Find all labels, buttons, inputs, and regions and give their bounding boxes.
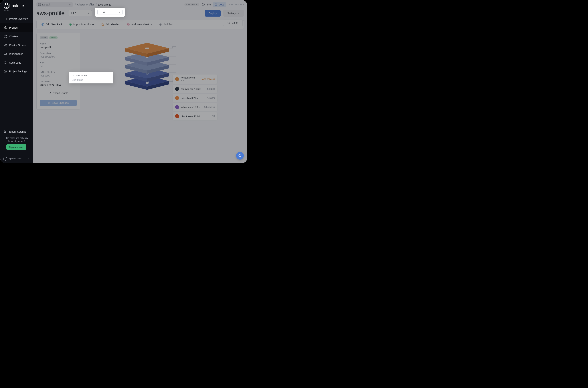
compass-icon[interactable] (207, 3, 211, 6)
sidebar-item-profiles[interactable]: Profiles (0, 23, 33, 32)
chevron-down-icon (150, 23, 153, 25)
save-label: Save Changes (52, 101, 69, 104)
page-title: aws-profile (36, 10, 65, 17)
layer-name: ubuntu-aws 22.04 (181, 115, 210, 118)
layer-tag: Network (207, 97, 215, 99)
grid-icon (4, 35, 7, 38)
name-value: aws-profile (40, 46, 77, 49)
chevron-down-icon (87, 12, 90, 14)
sidebar-item-cluster-groups[interactable]: Cluster Groups (0, 41, 33, 49)
sidebar-item-project-settings[interactable]: Project Settings (0, 67, 33, 76)
help-fab[interactable] (236, 152, 244, 160)
version-select[interactable]: 1.1.0 (68, 10, 92, 16)
sidebar-label: Profiles (9, 26, 18, 29)
svg-point-24 (128, 24, 129, 25)
action-label: Add Manifest (106, 23, 120, 26)
upgrade-button[interactable]: Upgrade now (6, 144, 26, 150)
docs-button[interactable]: Docs (213, 2, 226, 7)
chevron-left-icon[interactable] (27, 157, 30, 160)
helm-icon (127, 23, 130, 26)
chevron-down-icon (69, 3, 71, 6)
badge-proj: PROJ (49, 36, 58, 39)
spectro-icon (3, 156, 8, 161)
editor-button[interactable]: Editor (223, 19, 243, 26)
footer-brand-text: spectro cloud (9, 157, 22, 160)
export-button[interactable]: Export Profile (40, 90, 77, 96)
chevron-down-icon (238, 12, 240, 14)
svg-point-20 (207, 3, 211, 6)
main: Default / Cluster Profiles / aws-profile… (33, 0, 248, 163)
svg-point-14 (5, 132, 5, 133)
layer-card[interactable]: kubernetes 1.29.xKubernetes (173, 103, 217, 111)
logo-icon (3, 2, 10, 9)
chat-icon[interactable] (201, 3, 205, 6)
download-icon (69, 23, 72, 26)
brand-name: palette (12, 3, 24, 8)
layer-card[interactable]: csi-aws-ebs 1.26.xStorage (173, 85, 217, 93)
svg-marker-15 (4, 157, 7, 161)
stack-area: hellouniverse 1.2.0App servicescsi-aws-e… (85, 33, 244, 160)
upgrade-copy: Start small and only pay (2, 137, 30, 140)
layer-tag: OS (212, 115, 215, 118)
svg-point-44 (239, 154, 241, 157)
scope-selector[interactable]: Default (36, 2, 73, 7)
chart-icon (4, 17, 7, 21)
settings-button[interactable]: Settings (223, 10, 244, 17)
file-export-icon (48, 92, 51, 95)
sidebar-item-audit[interactable]: Audit Logs (0, 58, 33, 67)
file-icon (101, 23, 104, 26)
svg-point-3 (6, 35, 7, 36)
inuse-label: In Use Clusters (72, 74, 110, 77)
topbar: Default / Cluster Profiles / aws-profile… (33, 0, 248, 8)
sidebar-label: Workspaces (9, 52, 23, 55)
desc-value: Not Specified (40, 55, 77, 58)
breadcrumb-current: aws-profile (98, 3, 112, 6)
save-button[interactable]: Save Changes (40, 100, 77, 106)
svg-point-11 (5, 71, 6, 72)
deploy-button[interactable]: Deploy (205, 10, 221, 17)
layer-card[interactable]: hellouniverse 1.2.0App services (173, 74, 217, 84)
add-helm-button[interactable]: Add Helm chart (124, 22, 156, 27)
export-label: Export Profile (53, 92, 68, 95)
svg-point-12 (4, 131, 5, 131)
name-label: Name (40, 43, 77, 45)
app-frame: palette 4.4.19 Project Overview Profiles… (0, 0, 248, 163)
upgrade-block: Start small and only pay for what you us… (2, 136, 30, 152)
breadcrumb: / Cluster Profiles / aws-profile (75, 3, 111, 6)
app-switcher[interactable] (229, 4, 244, 5)
layer-card[interactable]: ubuntu-aws 22.04OS (173, 112, 217, 120)
sidebar-item-overview[interactable]: Project Overview (0, 15, 33, 23)
version-select-highlight[interactable]: 1.1.0 (97, 10, 122, 15)
settings-label: Settings (227, 12, 236, 15)
gear-icon (4, 70, 7, 73)
content: FULL PROJ Name aws-profile Description N… (33, 33, 248, 163)
action-label: Add Helm chart (131, 23, 149, 26)
layer-card[interactable]: cni-calico 3.27.xNetwork (173, 94, 217, 102)
docs-label: Docs (218, 3, 224, 6)
highlight-inuse: In Use Clusters Not used (69, 72, 113, 83)
layer-name: cni-calico 3.27.x (181, 97, 205, 99)
add-manifest-button[interactable]: Add Manifest (98, 22, 124, 27)
sidebar-nav: Project Overview Profiles Clusters Clust… (0, 15, 33, 126)
editor-label: Editor (232, 21, 238, 24)
sidebar-label: Clusters (9, 35, 18, 38)
version-value: 1.1.0 (71, 12, 76, 15)
sidebar-item-workspaces[interactable]: Workspaces (0, 49, 33, 58)
breadcrumb-link[interactable]: Cluster Profiles (77, 3, 94, 6)
sidebar-item-clusters[interactable]: Clusters (0, 32, 33, 41)
sidebar-item-tenant[interactable]: Tenant Settings (2, 128, 30, 136)
highlight-version: 1.1.0 (95, 8, 125, 17)
brand-version: 4.4.19 (0, 9, 33, 15)
layer-icon (175, 96, 179, 100)
add-pack-button[interactable]: Add New Pack (38, 22, 66, 27)
layer-icon (175, 114, 179, 118)
import-button[interactable]: Import from cluster (66, 22, 98, 27)
search-doc-icon (4, 61, 7, 64)
sidebar-label: Cluster Groups (9, 44, 26, 47)
svg-marker-1 (5, 4, 8, 8)
layer-list: hellouniverse 1.2.0App servicescsi-aws-e… (173, 74, 217, 120)
add-zarf-button[interactable]: Add Zarf (156, 22, 177, 27)
sidebar: palette 4.4.19 Project Overview Profiles… (0, 0, 33, 163)
brand-logo: palette (0, 0, 33, 9)
svg-point-4 (4, 37, 5, 38)
